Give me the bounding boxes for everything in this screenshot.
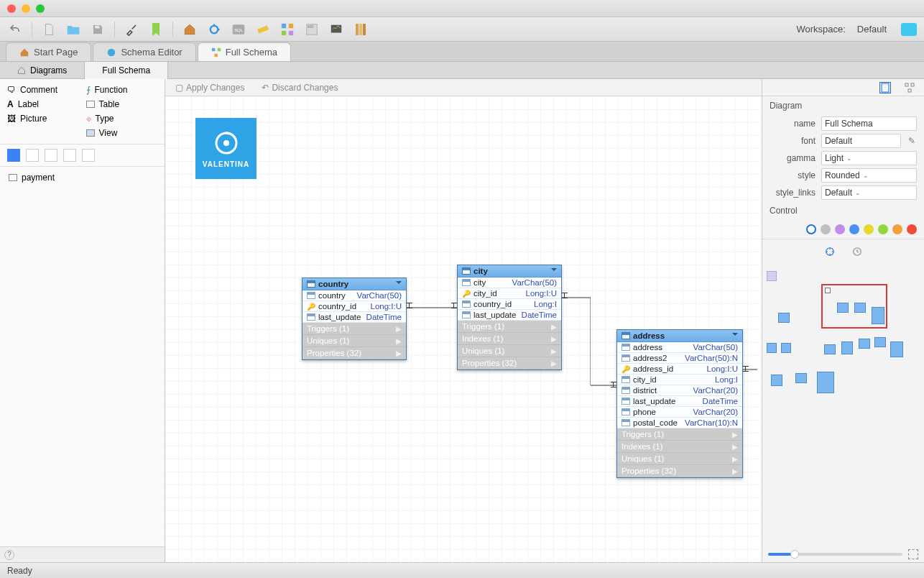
palette-view[interactable]: View	[86, 128, 158, 138]
table-card-city[interactable]: city cityVarChar(50) 🔑city_idLong:I:U co…	[457, 265, 562, 370]
table-column[interactable]: addressVarChar(50)	[617, 342, 742, 353]
color-swatch[interactable]	[907, 224, 917, 234]
tab-schema-editor[interactable]: Schema Editor	[93, 42, 195, 61]
ruler-button[interactable]	[255, 22, 271, 37]
color-swatch[interactable]	[864, 224, 874, 234]
table-column[interactable]: 🔑country_idLong:I:U	[302, 301, 406, 312]
card-section[interactable]: Triggers (1)▶	[617, 428, 742, 441]
minimize-window-icon[interactable]	[22, 4, 30, 13]
slider-knob[interactable]	[790, 550, 799, 559]
inspector-tab-properties[interactable]	[879, 82, 891, 93]
table-column[interactable]: 🔑address_idLong:I:U	[617, 364, 742, 375]
card-section[interactable]: Properties (32)▶	[458, 357, 561, 370]
subtab-full-schema[interactable]: Full Schema	[85, 62, 168, 79]
chevron-down-icon[interactable]	[396, 281, 402, 287]
monitor-button[interactable]	[328, 22, 344, 37]
card-header[interactable]: country	[302, 278, 406, 290]
palette-comment[interactable]: 🗨Comment	[7, 85, 79, 95]
chevron-down-icon[interactable]	[732, 333, 738, 339]
diagram-switch-button[interactable]	[279, 22, 295, 37]
table-column[interactable]: countryVarChar(50)	[302, 290, 406, 301]
brand-logo[interactable]: VALENTINA	[195, 118, 257, 179]
card-section[interactable]: Uniques (1)▶	[458, 345, 561, 357]
diagram-canvas[interactable]: VALENTINA country countryVarChar(50) 🔑co…	[165, 96, 762, 562]
table-column[interactable]: phoneVarChar(20)	[617, 407, 742, 418]
paint-button[interactable]	[124, 22, 139, 37]
save-button[interactable]	[90, 22, 106, 37]
palette-picture[interactable]: 🖼Picture	[7, 114, 79, 124]
workspace-value[interactable]: Default	[857, 24, 887, 35]
forms-button[interactable]	[304, 22, 320, 37]
palette-label[interactable]: ALabel	[7, 99, 79, 109]
table-column[interactable]: postal_codeVarChar(10):N	[617, 418, 742, 428]
filter-views-button[interactable]	[63, 149, 76, 162]
card-section[interactable]: Indexes (1)▶	[458, 333, 561, 345]
bookmark-button[interactable]	[148, 22, 164, 37]
color-swatch[interactable]	[892, 224, 902, 234]
tree-search[interactable]: ?	[0, 546, 165, 562]
filter-tables-button[interactable]	[7, 149, 20, 162]
color-swatch[interactable]	[849, 224, 859, 234]
close-window-icon[interactable]	[7, 4, 16, 13]
inspector-tab-structure[interactable]	[904, 82, 915, 93]
palette-function[interactable]: ⨍Function	[86, 85, 158, 95]
tree-item-payment[interactable]: payment	[6, 171, 159, 184]
minimap-tab-navigator[interactable]	[825, 247, 835, 257]
color-swatch[interactable]	[821, 224, 831, 234]
new-file-button[interactable]	[41, 22, 57, 37]
card-header[interactable]: address	[617, 330, 742, 342]
tab-start-page[interactable]: Start Page	[6, 42, 91, 61]
table-column[interactable]: last_updateDateTime	[617, 396, 742, 407]
open-folder-button[interactable]	[65, 22, 81, 37]
table-column[interactable]: address2VarChar(50):N	[617, 353, 742, 364]
apply-changes-button[interactable]: ▢Apply Changes	[175, 83, 244, 93]
filter-grid-button[interactable]	[45, 149, 57, 162]
slider-track[interactable]	[768, 553, 902, 556]
undo-button[interactable]	[7, 22, 23, 37]
prop-value-input[interactable]: Full Schema	[821, 116, 917, 131]
palette-type[interactable]: ⟐Type	[86, 114, 158, 124]
color-swatch[interactable]	[878, 224, 888, 234]
minimap[interactable]	[765, 262, 921, 546]
table-column[interactable]: last_updateDateTime	[302, 312, 406, 323]
minimap-tab-history[interactable]	[852, 247, 862, 257]
card-section[interactable]: Uniques (1)▶	[302, 335, 406, 347]
table-column[interactable]: cityVarChar(50)	[458, 277, 561, 288]
edit-icon[interactable]: ✎	[907, 136, 917, 146]
refresh-button[interactable]	[206, 22, 222, 37]
card-section[interactable]: Triggers (1)▶	[302, 323, 406, 335]
discard-changes-button[interactable]: ↶Discard Changes	[262, 83, 338, 93]
home-button[interactable]	[182, 22, 198, 37]
feedback-icon[interactable]	[901, 23, 917, 36]
table-column[interactable]: city_idLong:I	[617, 375, 742, 385]
table-column[interactable]: districtVarChar(20)	[617, 385, 742, 396]
zoom-fit-button[interactable]	[908, 549, 918, 559]
filter-links-button[interactable]	[26, 149, 39, 162]
sql-button[interactable]: SQL	[231, 22, 246, 37]
table-column[interactable]: country_idLong:I	[458, 299, 561, 310]
prop-value-select[interactable]: Rounded	[821, 168, 917, 183]
table-card-country[interactable]: country countryVarChar(50) 🔑country_idLo…	[302, 277, 407, 360]
color-swatch[interactable]	[835, 224, 845, 234]
subtab-diagrams[interactable]: Diagrams	[0, 62, 85, 79]
filter-other-button[interactable]	[82, 149, 95, 162]
palette-table[interactable]: Table	[86, 99, 158, 109]
prop-value-select[interactable]: Light	[821, 151, 917, 165]
prop-value-select[interactable]: Default	[821, 185, 917, 200]
chevron-down-icon[interactable]	[551, 268, 557, 274]
card-section[interactable]: Uniques (1)▶	[617, 453, 742, 465]
tab-full-schema[interactable]: Full Schema	[198, 42, 291, 61]
card-section[interactable]: Properties (32)▶	[617, 465, 742, 477]
card-section[interactable]: Properties (32)▶	[302, 347, 406, 359]
table-column[interactable]: last_updateDateTime	[458, 310, 561, 321]
zoom-window-icon[interactable]	[36, 4, 45, 13]
books-button[interactable]	[353, 22, 369, 37]
color-swatch[interactable]	[806, 224, 816, 234]
minimap-viewport[interactable]	[821, 284, 887, 329]
card-section[interactable]: Indexes (1)▶	[617, 441, 742, 453]
zoom-slider[interactable]	[762, 546, 924, 562]
card-section[interactable]: Triggers (1)▶	[458, 321, 561, 333]
table-column[interactable]: 🔑city_idLong:I:U	[458, 288, 561, 299]
card-header[interactable]: city	[458, 265, 561, 277]
table-card-address[interactable]: address addressVarChar(50) address2VarCh…	[616, 329, 743, 478]
